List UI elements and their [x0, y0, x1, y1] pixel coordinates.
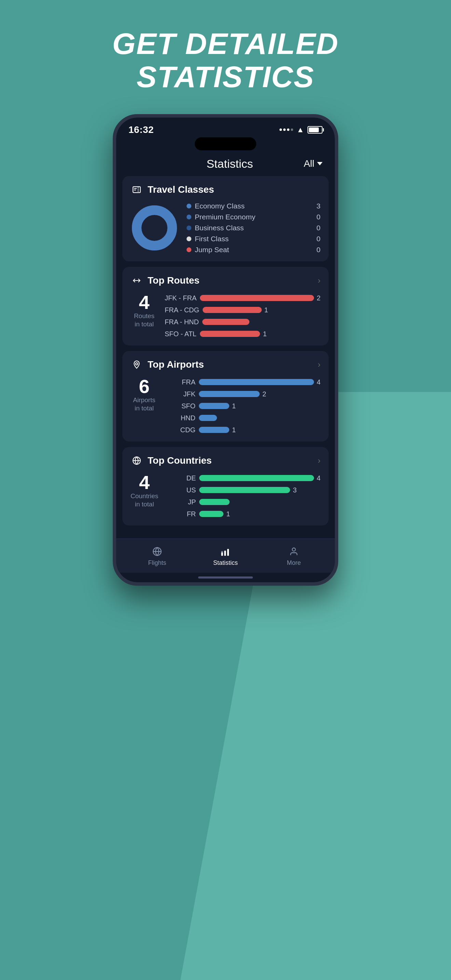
airport-value-0: 4	[317, 378, 321, 386]
route-fill-1	[203, 307, 261, 313]
airport-bar-4: 1	[199, 427, 321, 433]
more-tab-label: More	[287, 559, 301, 566]
tab-flights[interactable]: Flights	[123, 545, 191, 566]
route-label-0: JFK - FRA	[165, 294, 197, 302]
svg-point-6	[136, 363, 138, 365]
home-bar	[198, 576, 253, 579]
country-bar-0: 4	[199, 475, 321, 481]
route-row-2: FRA - HND	[165, 318, 321, 326]
premium-dot	[187, 215, 191, 220]
filter-label: All	[304, 158, 314, 169]
top-airports-title: Top Airports	[148, 359, 204, 370]
premium-value: 0	[314, 213, 321, 221]
home-indicator	[116, 573, 335, 582]
tab-more[interactable]: More	[260, 545, 328, 566]
airport-fill-0	[199, 379, 314, 385]
country-value-0: 4	[317, 474, 321, 482]
route-bar-3: 1	[200, 331, 321, 337]
route-value-0: 2	[317, 294, 321, 302]
airport-row-0: FRA 4	[165, 378, 321, 386]
tab-bar: Flights Statistics	[116, 539, 335, 573]
countries-number: 4	[139, 473, 150, 492]
svg-point-13	[292, 548, 295, 551]
airport-bar-2: 1	[199, 403, 321, 409]
phone-screen: 16:32 ▲ S	[116, 118, 335, 582]
airport-fill-1	[199, 391, 260, 397]
airport-value-1: 2	[262, 390, 266, 398]
svg-point-5	[137, 210, 172, 246]
country-row-2: JP	[165, 498, 321, 506]
battery-icon	[308, 126, 322, 134]
airports-label: Airports in total	[133, 396, 155, 413]
route-label-1: FRA - CDG	[165, 306, 199, 314]
country-label-0: DE	[165, 474, 196, 482]
travel-classes-title: Travel Classes	[148, 184, 214, 195]
first-value: 0	[314, 235, 321, 243]
first-dot	[187, 237, 191, 241]
status-bar: 16:32 ▲	[116, 118, 335, 137]
country-fill-2	[199, 499, 230, 505]
chevron-down-icon	[317, 162, 322, 165]
route-row-1: FRA - CDG 1	[165, 306, 321, 314]
phone-frame: 16:32 ▲ S	[113, 114, 338, 585]
country-value-3: 1	[226, 510, 230, 518]
economy-dot	[187, 204, 191, 208]
countries-label: Countries in total	[130, 492, 158, 509]
flights-tab-label: Flights	[148, 559, 166, 566]
airport-label-2: SFO	[165, 402, 195, 410]
airport-value-4: 1	[232, 426, 236, 434]
legend-economy: Economy Class 3	[187, 202, 321, 210]
airport-fill-4	[199, 427, 229, 433]
countries-bars: DE 4 US 3	[165, 473, 321, 518]
route-label-2: FRA - HND	[165, 318, 199, 326]
route-fill-0	[200, 295, 314, 301]
airport-bar-3	[199, 415, 321, 421]
routes-chevron-icon[interactable]: ›	[318, 276, 321, 285]
signal-icon	[279, 129, 293, 131]
svg-rect-10	[224, 550, 226, 555]
top-routes-title: Top Routes	[148, 275, 200, 286]
business-value: 0	[314, 224, 321, 232]
jump-label: Jump Seat	[195, 246, 310, 254]
routes-bars: JFK - FRA 2 FRA - CDG 1	[165, 293, 321, 338]
premium-label: Premium Economy	[195, 213, 310, 221]
routes-content: 4 Routes in total JFK - FRA 2	[130, 293, 321, 338]
airport-label-0: FRA	[165, 378, 195, 386]
country-bar-2	[199, 499, 321, 505]
tab-statistics[interactable]: Statistics	[191, 545, 260, 566]
svg-rect-12	[221, 551, 223, 552]
travel-classes-card: Travel Classes	[122, 176, 329, 261]
svg-rect-3	[134, 189, 136, 190]
statistics-tab-icon	[219, 545, 232, 558]
countries-icon	[130, 455, 143, 467]
airport-row-4: CDG 1	[165, 426, 321, 434]
svg-rect-11	[227, 549, 229, 555]
country-fill-0	[199, 475, 314, 481]
routes-number: 4	[139, 293, 149, 312]
route-value-1: 1	[264, 306, 268, 314]
country-label-3: FR	[165, 510, 196, 518]
dynamic-island	[195, 137, 256, 150]
airports-chevron-icon[interactable]: ›	[318, 360, 321, 369]
svg-rect-2	[134, 188, 137, 189]
status-time: 16:32	[129, 124, 154, 135]
airports-content: 6 Airports in total FRA 4	[130, 377, 321, 434]
filter-button[interactable]: All	[304, 158, 322, 169]
countries-chevron-icon[interactable]: ›	[318, 456, 321, 465]
nav-header: Statistics All	[116, 150, 335, 176]
business-label: Business Class	[195, 224, 310, 232]
countries-count: 4 Countries in total	[130, 473, 158, 509]
jump-dot	[187, 247, 191, 252]
phone-mockup: 16:32 ▲ S	[113, 114, 338, 585]
svg-rect-0	[133, 186, 140, 192]
route-row-3: SFO - ATL 1	[165, 330, 321, 338]
route-bar-2	[202, 319, 321, 325]
airport-fill-2	[199, 403, 229, 409]
airport-label-4: CDG	[165, 426, 195, 434]
route-bar-1: 1	[203, 307, 321, 313]
country-bar-3: 1	[199, 511, 321, 517]
airport-row-2: SFO 1	[165, 402, 321, 410]
top-countries-title: Top Countries	[148, 455, 212, 466]
travel-classes-content: Economy Class 3 Premium Economy 0 Busine…	[130, 202, 321, 254]
country-label-1: US	[165, 486, 196, 494]
